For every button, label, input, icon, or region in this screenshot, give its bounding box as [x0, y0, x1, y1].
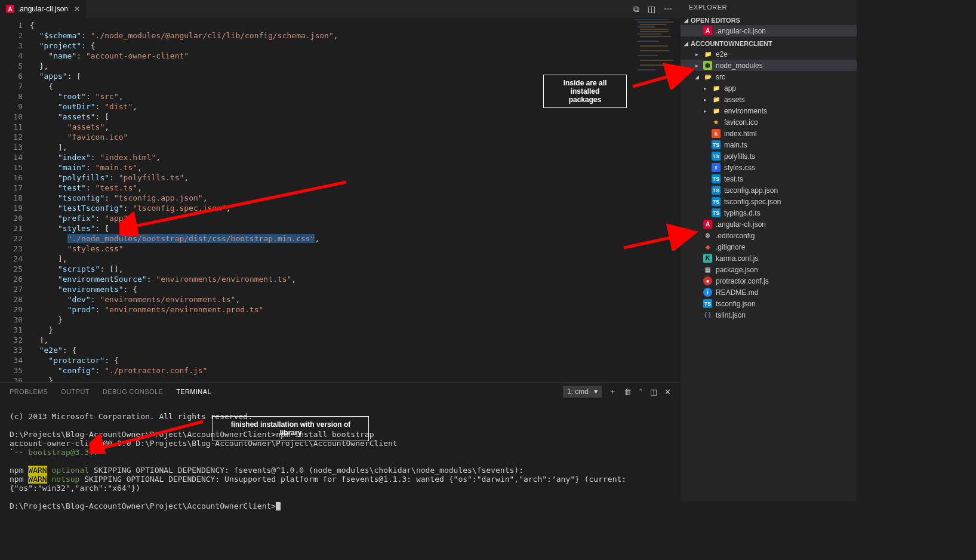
tree-item-label: .angular-cli.json — [716, 220, 766, 229]
tree-item-styles-css[interactable]: #styles.css — [681, 162, 857, 173]
terminal-select-wrap: 1: cmd — [563, 386, 602, 398]
tab-bar: A .angular-cli.json ✕ ⧉ ◫ ⋯ — [0, 0, 681, 18]
term-prompt: D:\Projects\Blog-AccountOwner\Project\Ac… — [10, 501, 281, 510]
tree-item-label: protractor.conf.js — [716, 277, 769, 285]
tree-item-label: tslint.json — [716, 311, 746, 319]
git-icon: ◆ — [703, 242, 712, 251]
tree-item-app[interactable]: ▸📁app — [681, 82, 857, 94]
panel-tabs: PROBLEMS OUTPUT DEBUG CONSOLE TERMINAL 1… — [0, 383, 681, 401]
tree-item-protractor-conf-js[interactable]: ●protractor.conf.js — [681, 275, 857, 287]
bottom-panel: PROBLEMS OUTPUT DEBUG CONSOLE TERMINAL 1… — [0, 382, 681, 501]
ang-icon: A — [703, 220, 712, 229]
folder-icon: 📁 — [703, 50, 712, 59]
ts-icon: TS — [703, 299, 712, 308]
tab-angular-cli[interactable]: A .angular-cli.json ✕ — [0, 0, 86, 18]
tree-item-label: package.json — [716, 266, 758, 274]
minimap[interactable] — [633, 18, 681, 125]
tree-item-label: test.ts — [724, 175, 743, 183]
folder-icon: 📁 — [712, 106, 721, 115]
tree-item-tsconfig-json[interactable]: TStsconfig.json — [681, 298, 857, 309]
chevron-up-icon[interactable]: ˄ — [639, 387, 643, 396]
close-icon[interactable]: ✕ — [74, 5, 80, 13]
tree-item-tsconfig-app-json[interactable]: TStsconfig.app.json — [681, 184, 857, 196]
close-panel-icon[interactable]: ✕ — [664, 387, 671, 396]
tree-item-main-ts[interactable]: TSmain.ts — [681, 139, 857, 150]
cursor-icon — [276, 502, 281, 510]
p-icon: ● — [703, 276, 712, 285]
tree-item-e2e[interactable]: ▸📁e2e — [681, 48, 857, 60]
split-editor-icon[interactable]: ◫ — [648, 4, 655, 14]
tab-debug-console[interactable]: DEBUG CONSOLE — [103, 388, 163, 395]
plus-icon[interactable]: ＋ — [609, 386, 617, 397]
folder-icon: 📁 — [712, 95, 721, 104]
tree-item-label: polyfills.ts — [724, 152, 755, 161]
info-icon: i — [703, 288, 712, 297]
tree-item-tslint-json[interactable]: { }tslint.json — [681, 309, 857, 321]
ts-icon: TS — [712, 140, 721, 149]
tree-item--editorconfig[interactable]: ⚙.editorconfig — [681, 230, 857, 241]
tree-item-label: styles.css — [724, 164, 755, 172]
tab-label: .angular-cli.json — [18, 5, 68, 13]
tree-item-label: README.md — [716, 288, 758, 297]
tree-item-label: environments — [724, 107, 767, 115]
ts-icon: TS — [712, 208, 721, 217]
html-icon: 5 — [712, 129, 721, 138]
tree-item-node_modules[interactable]: ▸⬢node_modules — [681, 60, 857, 71]
tree-item-favicon-ico[interactable]: ★favicon.ico — [681, 116, 857, 128]
tree-item-karma-conf-js[interactable]: Kkarma.conf.js — [681, 253, 857, 264]
tree-item-typings-d-ts[interactable]: TStypings.d.ts — [681, 207, 857, 219]
chevron-right-icon: ▸ — [694, 63, 700, 69]
chevron-right-icon: ▸ — [702, 85, 708, 91]
file-tree: ▸📁e2e▸⬢node_modules◢📂src▸📁app▸📁assets▸📁e… — [681, 48, 857, 321]
section-project[interactable]: ◢ ACCOUNTOWNERCLIENT — [681, 39, 857, 48]
ts-icon: TS — [712, 152, 721, 161]
chevron-right-icon: ▸ — [702, 97, 708, 103]
tree-item-label: tsconfig.spec.json — [724, 198, 781, 206]
explorer-sidebar: EXPLORER ◢ OPEN EDITORS A .angular-cli.j… — [681, 0, 857, 501]
angular-icon: A — [703, 26, 712, 35]
trash-icon[interactable]: 🗑 — [624, 387, 632, 396]
more-icon[interactable]: ⋯ — [664, 4, 672, 14]
tree-item-label: e2e — [716, 50, 728, 59]
tree-item-tsconfig-spec-json[interactable]: TStsconfig.spec.json — [681, 196, 857, 207]
tree-item-label: typings.d.ts — [724, 209, 761, 217]
tree-item--gitignore[interactable]: ◆.gitignore — [681, 241, 857, 253]
tree-item-assets[interactable]: ▸📁assets — [681, 94, 857, 105]
chevron-down-icon: ◢ — [694, 74, 700, 80]
tree-item-label: src — [716, 73, 725, 81]
split-panel-icon[interactable]: ◫ — [650, 387, 657, 396]
split-compare-icon[interactable]: ⧉ — [633, 4, 639, 14]
tree-item-label: assets — [724, 96, 745, 104]
ts-icon: TS — [712, 174, 721, 183]
code-body[interactable]: { "$schema": "./node_modules/@angular/cl… — [30, 18, 681, 382]
open-editor-item[interactable]: A .angular-cli.json — [681, 25, 857, 36]
folderg-icon: 📂 — [703, 72, 712, 81]
tab-problems[interactable]: PROBLEMS — [10, 388, 48, 395]
terminal-select[interactable]: 1: cmd — [563, 386, 602, 398]
code-editor[interactable]: 1234567891011121314151617181920212223242… — [0, 18, 681, 382]
annotation-packages: Inside are all installed packages — [543, 75, 627, 108]
annotation-install: finished installation with version of li… — [213, 416, 369, 441]
tree-item-package-json[interactable]: ▤package.json — [681, 264, 857, 275]
tree-item-label: index.html — [724, 130, 757, 138]
term-line: npm WARN notsup SKIPPING OPTIONAL DEPEND… — [10, 475, 631, 493]
tree-item--angular-cli-json[interactable]: A.angular-cli.json — [681, 219, 857, 230]
tree-item-polyfills-ts[interactable]: TSpolyfills.ts — [681, 150, 857, 162]
tree-item-index-html[interactable]: 5index.html — [681, 128, 857, 139]
chevron-right-icon: ▸ — [694, 51, 700, 57]
term-line: npm WARN optional SKIPPING OPTIONAL DEPE… — [10, 466, 524, 475]
ts-icon: TS — [712, 186, 721, 195]
npmfolder-icon: ⬢ — [703, 61, 712, 70]
section-open-editors[interactable]: ◢ OPEN EDITORS — [681, 16, 857, 25]
tree-item-src[interactable]: ◢📂src — [681, 71, 857, 82]
sidebar-title: EXPLORER — [681, 0, 857, 14]
tree-item-test-ts[interactable]: TStest.ts — [681, 173, 857, 184]
chevron-right-icon: ▸ — [702, 108, 708, 114]
folder-icon: 📁 — [712, 84, 721, 93]
ts-icon: TS — [712, 197, 721, 206]
tab-output[interactable]: OUTPUT — [61, 388, 90, 395]
tab-terminal[interactable]: TERMINAL — [176, 388, 211, 395]
tree-item-environments[interactable]: ▸📁environments — [681, 105, 857, 116]
k-icon: K — [703, 254, 712, 263]
tree-item-README-md[interactable]: iREADME.md — [681, 287, 857, 298]
